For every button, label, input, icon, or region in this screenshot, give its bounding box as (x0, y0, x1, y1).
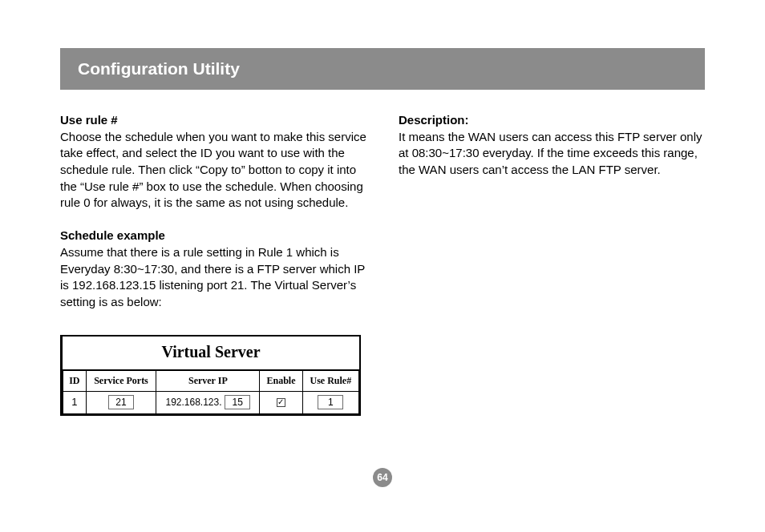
page-number: 64 (377, 472, 387, 483)
cell-id: 1 (63, 391, 87, 413)
cell-service-ports: 21 (86, 391, 156, 413)
virtual-server-table-wrap: Virtual Server ID Service Ports Server I… (60, 335, 361, 416)
table-row: 1 21 192.168.123. 15 (63, 391, 359, 413)
col-enable: Enable (260, 371, 302, 392)
schedule-example-section: Schedule example Assume that there is a … (60, 228, 366, 310)
virtual-server-title: Virtual Server (63, 337, 359, 371)
virtual-server-box: Virtual Server ID Service Ports Server I… (60, 335, 361, 416)
right-column: Description: It means the WAN users can … (399, 112, 705, 416)
server-ip-prefix: 192.168.123. (165, 397, 221, 408)
description-section: Description: It means the WAN users can … (399, 112, 705, 179)
page: Configuration Utility Use rule # Choose … (0, 0, 765, 416)
enable-checkbox[interactable] (277, 398, 285, 407)
left-column: Use rule # Choose the schedule when you … (60, 112, 366, 416)
page-title: Configuration Utility (78, 59, 240, 78)
description-body: It means the WAN users can access this F… (399, 130, 702, 176)
service-ports-field[interactable]: 21 (108, 395, 134, 409)
col-id: ID (63, 371, 87, 392)
virtual-server-table: ID Service Ports Server IP Enable Use Ru… (63, 370, 359, 414)
col-server-ip: Server IP (156, 371, 260, 392)
use-rule-section: Use rule # Choose the schedule when you … (60, 112, 366, 212)
page-number-badge: 64 (373, 468, 392, 487)
use-rule-field[interactable]: 1 (318, 395, 343, 409)
server-ip-suffix-field[interactable]: 15 (225, 395, 250, 409)
title-bar: Configuration Utility (60, 48, 705, 90)
cell-use-rule: 1 (302, 391, 358, 413)
schedule-example-body: Assume that there is a rule setting in R… (60, 245, 365, 308)
schedule-example-heading: Schedule example (60, 228, 165, 242)
col-service-ports: Service Ports (86, 371, 156, 392)
table-header-row: ID Service Ports Server IP Enable Use Ru… (63, 371, 359, 392)
cell-enable (260, 391, 302, 413)
use-rule-heading: Use rule # (60, 113, 118, 127)
cell-server-ip: 192.168.123. 15 (156, 391, 260, 413)
col-use-rule: Use Rule# (302, 371, 358, 392)
use-rule-body: Choose the schedule when you want to mak… (60, 130, 366, 210)
content-columns: Use rule # Choose the schedule when you … (60, 112, 705, 416)
description-heading: Description: (399, 113, 469, 127)
